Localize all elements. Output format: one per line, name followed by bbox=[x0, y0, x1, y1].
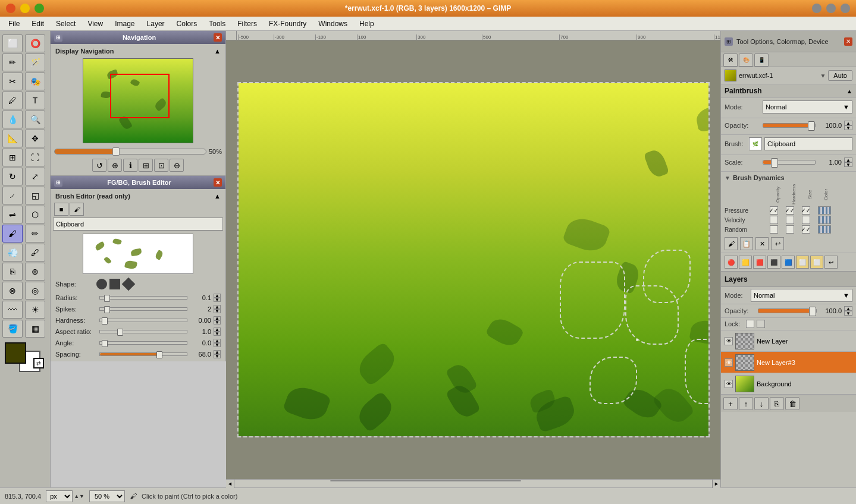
to-action-3[interactable]: 🟥 bbox=[753, 256, 766, 269]
rpt-tab-2[interactable]: 🎨 bbox=[739, 53, 753, 67]
random-opacity-check[interactable] bbox=[770, 225, 778, 234]
to-action-1[interactable]: 🔴 bbox=[725, 256, 738, 269]
scrollbar-left-btn[interactable]: ◄ bbox=[226, 480, 234, 488]
angle-stepper[interactable]: ▲▼ bbox=[214, 339, 221, 347]
tool-heal[interactable]: ⊕ bbox=[25, 263, 45, 281]
velocity-size-check[interactable] bbox=[802, 216, 810, 224]
tool-smudge[interactable]: 〰 bbox=[2, 301, 23, 319]
opacity-thumb[interactable] bbox=[808, 121, 815, 131]
menu-filters[interactable]: Filters bbox=[231, 18, 263, 29]
random-size-check[interactable]: ✓ bbox=[802, 225, 810, 234]
auto-button[interactable]: Auto bbox=[828, 70, 852, 81]
scale-thumb[interactable] bbox=[771, 158, 778, 168]
to-action-6[interactable]: ⬜ bbox=[796, 256, 809, 269]
menu-tools[interactable]: Tools bbox=[203, 18, 231, 29]
nav-btn-fullfit[interactable]: ⊡ bbox=[154, 159, 168, 172]
layers-opacity-stepper[interactable]: ▲ ▼ bbox=[844, 306, 852, 316]
menu-file[interactable]: File bbox=[2, 18, 26, 29]
win-btn-1[interactable] bbox=[812, 4, 821, 13]
right-panel-icon[interactable]: ⊞ bbox=[725, 37, 733, 46]
layer-eye-3[interactable]: 👁 bbox=[725, 380, 733, 388]
paintbrush-collapse[interactable]: ▲ bbox=[846, 88, 852, 94]
nav-collapse-btn[interactable]: ▲ bbox=[214, 48, 221, 55]
dyn-action-4[interactable]: ↩ bbox=[771, 237, 784, 250]
brush-panel-close[interactable]: ✕ bbox=[214, 178, 222, 187]
tool-perspective[interactable]: ◱ bbox=[25, 187, 45, 204]
right-panel-close[interactable]: ✕ bbox=[844, 37, 852, 46]
swap-colors-btn[interactable]: ⇄ bbox=[33, 358, 44, 368]
spacing-thumb[interactable] bbox=[156, 351, 162, 358]
tool-airbrush[interactable]: 💨 bbox=[2, 244, 23, 262]
brush-tab-fg[interactable]: ■ bbox=[54, 203, 68, 216]
rpt-tab-1[interactable]: 🛠 bbox=[723, 53, 738, 67]
opacity-slider[interactable] bbox=[763, 123, 816, 128]
nav-selection-rect[interactable] bbox=[110, 74, 170, 118]
tool-paintbrush[interactable]: 🖌 bbox=[2, 225, 23, 242]
menu-edit[interactable]: Edit bbox=[26, 18, 50, 29]
canvas-scroll-area[interactable] bbox=[226, 40, 720, 479]
shape-circle-btn[interactable] bbox=[96, 279, 107, 289]
tool-dodge-burn[interactable]: ☀ bbox=[25, 301, 45, 319]
nav-btn-reset[interactable]: ↺ bbox=[92, 159, 106, 172]
tool-paths[interactable]: 🖊 bbox=[2, 92, 23, 109]
random-hardness-check[interactable] bbox=[786, 225, 794, 234]
radius-slider[interactable] bbox=[99, 296, 187, 300]
maximize-button[interactable] bbox=[35, 4, 44, 13]
tool-flip[interactable]: ⇌ bbox=[2, 206, 23, 223]
layer-item-new[interactable]: 👁 New Layer bbox=[721, 330, 856, 352]
shape-diamond-btn[interactable] bbox=[123, 278, 134, 290]
menu-image[interactable]: Image bbox=[109, 18, 140, 29]
velocity-hardness-check[interactable] bbox=[786, 216, 794, 224]
hardness-slider[interactable] bbox=[99, 319, 187, 322]
nav-zoom-thumb[interactable] bbox=[112, 147, 120, 156]
tool-clone[interactable]: ⎘ bbox=[2, 263, 23, 281]
layer-btn-raise[interactable]: ↑ bbox=[739, 397, 753, 410]
velocity-opacity-check[interactable] bbox=[770, 216, 778, 224]
tool-ink[interactable]: 🖋 bbox=[25, 244, 45, 262]
layers-mode-dropdown[interactable]: Normal ▼ bbox=[751, 289, 852, 302]
layers-opacity-thumb[interactable] bbox=[809, 307, 816, 316]
lock-check-2[interactable] bbox=[757, 320, 765, 328]
tool-pencil[interactable]: ✏ bbox=[25, 225, 45, 242]
lock-check-1[interactable] bbox=[746, 320, 754, 328]
unit-select[interactable]: px mm in bbox=[46, 490, 73, 502]
menu-select[interactable]: Select bbox=[50, 18, 81, 29]
tool-scissors[interactable]: ✂ bbox=[2, 73, 23, 90]
tool-blur-sharpen[interactable]: ◎ bbox=[25, 282, 45, 300]
to-action-7[interactable]: ⬜ bbox=[810, 256, 823, 269]
tool-ellipse-select[interactable]: ⭕ bbox=[25, 34, 45, 52]
dyn-action-3[interactable]: ✕ bbox=[755, 237, 769, 250]
menu-help[interactable]: Help bbox=[353, 18, 380, 29]
to-action-4[interactable]: ⬛ bbox=[767, 256, 780, 269]
spikes-stepper[interactable]: ▲▼ bbox=[214, 305, 221, 313]
layer-btn-dup[interactable]: ⎘ bbox=[770, 397, 784, 410]
nav-btn-zoom-in[interactable]: ⊕ bbox=[108, 159, 122, 172]
tool-rotate[interactable]: ↻ bbox=[2, 168, 23, 185]
layers-opacity-down[interactable]: ▼ bbox=[844, 311, 852, 316]
pressure-opacity-check[interactable]: ✓ bbox=[770, 206, 778, 215]
pressure-size-check[interactable]: ✓ bbox=[802, 206, 810, 215]
layer-btn-del[interactable]: 🗑 bbox=[785, 397, 799, 410]
tool-text[interactable]: T bbox=[25, 92, 45, 109]
win-btn-2[interactable] bbox=[826, 4, 836, 13]
dyn-action-2[interactable]: 📋 bbox=[740, 237, 753, 250]
aspect-slider[interactable] bbox=[99, 330, 187, 333]
tool-scale[interactable]: ⤢ bbox=[25, 168, 45, 185]
layer-item-new3[interactable]: 👁 New Layer#3 bbox=[721, 352, 856, 373]
tool-shear[interactable]: ⟋ bbox=[2, 187, 23, 204]
brush-name-field[interactable] bbox=[764, 137, 852, 150]
nav-btn-zoom-out[interactable]: ⊖ bbox=[170, 159, 184, 172]
foreground-color-swatch[interactable] bbox=[5, 342, 26, 364]
spacing-slider[interactable] bbox=[99, 352, 187, 356]
tool-move[interactable]: ✥ bbox=[25, 130, 45, 147]
dyn-action-1[interactable]: 🖌 bbox=[725, 237, 738, 250]
layer-eye-1[interactable]: 👁 bbox=[725, 337, 733, 345]
nav-panel-close[interactable]: ✕ bbox=[214, 33, 222, 42]
tool-zoom[interactable]: 🔍 bbox=[25, 111, 45, 128]
layer-item-background[interactable]: 👁 Background bbox=[721, 373, 856, 395]
nav-panel-icon[interactable]: ⊞ bbox=[54, 33, 62, 42]
dynamics-header[interactable]: ▼ Brush Dynamics bbox=[725, 174, 852, 181]
pressure-hardness-check[interactable]: ✓ bbox=[786, 206, 794, 215]
to-action-5[interactable]: 🟦 bbox=[782, 256, 795, 269]
brush-panel-icon[interactable]: ⊞ bbox=[54, 178, 62, 187]
